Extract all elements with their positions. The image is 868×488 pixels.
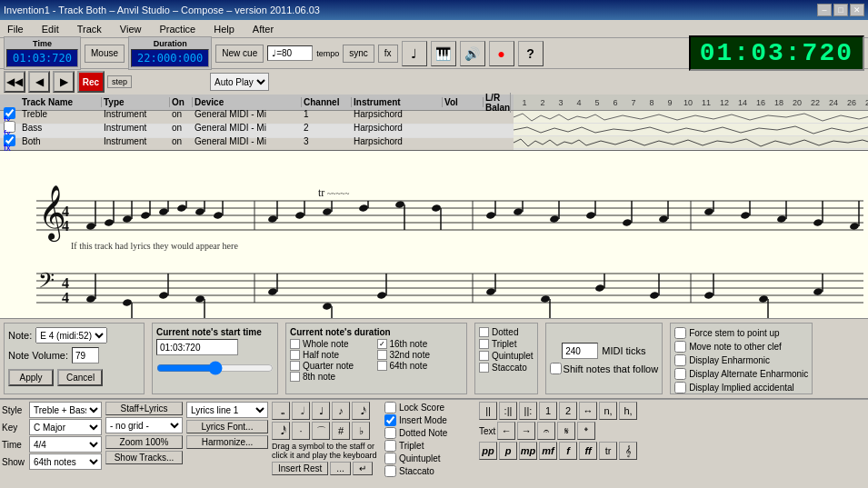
mf-button[interactable]: mf (539, 442, 557, 460)
move-note-option[interactable]: Move note to other clef (674, 341, 808, 353)
half-note-check[interactable] (290, 350, 300, 360)
fx-button[interactable]: fx (378, 45, 398, 63)
quarter-note-option[interactable]: Quarter note (290, 361, 376, 371)
force-stem-option[interactable]: Force stem to point up (674, 327, 808, 339)
8th-note-check[interactable] (290, 372, 300, 382)
score-area[interactable]: 𝄞 4 4 𝄢 4 4 (0, 151, 868, 319)
fermata-symbol[interactable]: 𝄐 (537, 422, 555, 440)
64th-note-check[interactable] (377, 361, 387, 371)
sync-button[interactable]: sync (343, 45, 374, 63)
alternate-enharmonic-option[interactable]: Display Alternate Enharmonic (674, 368, 808, 380)
step-button[interactable]: step (107, 75, 132, 88)
triplet-option[interactable]: Triplet (479, 339, 534, 349)
dotted-note-check-b[interactable] (384, 427, 396, 439)
symbol-half[interactable]: 𝅗𝅥 (292, 402, 310, 420)
repeat-bar-button[interactable]: || (479, 402, 497, 420)
dotted-check[interactable] (479, 327, 489, 337)
menu-item-file[interactable]: File (4, 22, 27, 36)
menu-item-view[interactable]: View (116, 22, 145, 36)
8th-note-option[interactable]: 8th note (290, 372, 376, 382)
staccato-option[interactable]: Staccato (479, 363, 534, 373)
arrow-right-symbol[interactable]: → (517, 422, 535, 440)
symbol-sharp[interactable]: # (332, 422, 350, 440)
new-cue-button[interactable]: New cue (215, 45, 264, 63)
f-button[interactable]: f (559, 442, 577, 460)
key-select[interactable]: C Major (29, 419, 102, 435)
arrow-button[interactable]: ↵ (353, 462, 373, 475)
symbol-eighth[interactable]: ♪ (332, 402, 350, 420)
no-grid-select[interactable]: - no grid - (105, 417, 183, 433)
menu-item-track[interactable]: Track (74, 22, 105, 36)
note-select[interactable]: E 4 (midi:52) (35, 327, 107, 344)
zoom-button[interactable]: Zoom 100% (105, 435, 183, 449)
segno-symbol[interactable]: 𝄋 (557, 422, 575, 440)
mouse-button[interactable]: Mouse (85, 45, 125, 63)
triplet-check[interactable] (479, 339, 489, 349)
help-icon[interactable]: ? (518, 41, 544, 66)
insert-mode-check[interactable] (384, 414, 396, 426)
cancel-button[interactable]: Cancel (57, 369, 103, 386)
time-select[interactable]: 4/4 (29, 436, 102, 453)
lock-score-check[interactable] (384, 402, 396, 413)
32nd-note-check[interactable] (377, 350, 387, 360)
quintuplet-check[interactable] (479, 351, 489, 361)
record-icon[interactable]: ● (489, 41, 514, 66)
dotted-option[interactable]: Dotted (479, 327, 534, 337)
p-button[interactable]: p (499, 442, 517, 460)
symbol-16th[interactable]: 𝅘𝅥𝅯 (352, 402, 370, 420)
staccato-option-b[interactable]: Staccato (384, 465, 475, 477)
display-enharmonic-option[interactable]: Display Enharmonic (674, 354, 808, 366)
dotted-note-option-b[interactable]: Dotted Note (384, 427, 475, 439)
show-tracks-button[interactable]: Show Tracks... (105, 451, 183, 464)
record-button[interactable]: Rec (77, 71, 105, 93)
mp-button[interactable]: mp (519, 442, 537, 460)
implied-accidental-option[interactable]: Display Implied accidental (674, 382, 808, 393)
insert-rest-button[interactable]: Insert Rest (272, 462, 328, 475)
symbol-whole[interactable]: 𝅝 (272, 402, 290, 420)
menu-item-after[interactable]: After (249, 22, 277, 36)
staccato-check[interactable] (479, 363, 489, 373)
treble-clef-button[interactable]: 𝄞 (619, 442, 637, 460)
coda-symbol[interactable]: 𝄌 (577, 422, 595, 440)
symbol-dot[interactable]: · (292, 422, 310, 440)
lock-score-option[interactable]: Lock Score (384, 402, 475, 413)
whole-note-option[interactable]: Whole note (290, 339, 376, 349)
16th-note-option[interactable]: 16th note (377, 339, 464, 349)
volume-input[interactable] (72, 347, 99, 364)
title-bar-buttons[interactable]: – □ ✕ (817, 4, 864, 16)
ff-button[interactable]: ff (579, 442, 597, 460)
shift-notes-check[interactable] (550, 363, 562, 374)
staccato-check-b[interactable] (384, 465, 396, 477)
quarter-note-check[interactable] (290, 361, 300, 371)
volta2-button[interactable]: 2 (559, 402, 577, 420)
symbol-flat[interactable]: ♭ (352, 422, 370, 440)
mordent-button[interactable]: n, (599, 402, 617, 420)
lyrics-line-select[interactable]: Lyrics line 1 (186, 402, 268, 418)
symbol-tie[interactable]: ⌒ (312, 422, 330, 440)
ticks-input[interactable] (562, 343, 598, 359)
repeat-end-button[interactable]: :|| (499, 402, 517, 420)
quintuplet-check-b[interactable] (384, 453, 396, 464)
insert-mode-option[interactable]: Insert Mode (384, 414, 475, 426)
back-button[interactable]: ◀ (28, 71, 50, 93)
quintuplet-option-b[interactable]: Quintuplet (384, 453, 475, 464)
style-select[interactable]: Treble + Bass (29, 402, 102, 418)
triplet-check-b[interactable] (384, 440, 396, 452)
64th-note-option[interactable]: 64th note (377, 361, 464, 371)
volta1-button[interactable]: 1 (539, 402, 557, 420)
start-time-slider[interactable] (156, 361, 274, 375)
16th-note-check[interactable] (377, 339, 387, 349)
autoplay-select[interactable]: Auto Play (210, 73, 269, 91)
triplet-option-b[interactable]: Triplet (384, 440, 475, 452)
ellipsis-button[interactable]: ... (330, 462, 350, 475)
track-row[interactable]: BothInstrumentonGeneral MIDI - Mi3Harpsi… (0, 138, 514, 152)
show-select[interactable]: 64th notes (29, 453, 102, 470)
half-note-option[interactable]: Half note (290, 350, 376, 360)
pp-button[interactable]: pp (479, 442, 497, 460)
apply-button[interactable]: Apply (8, 369, 54, 386)
lyrics-font-button[interactable]: Lyrics Font... (186, 420, 268, 433)
symbol-32nd[interactable]: 𝅘𝅥𝅰 (272, 422, 290, 440)
repeat-start-button[interactable]: ||: (519, 402, 537, 420)
bracket-button[interactable]: ↔ (579, 402, 597, 420)
trill2-button[interactable]: h, (619, 402, 637, 420)
